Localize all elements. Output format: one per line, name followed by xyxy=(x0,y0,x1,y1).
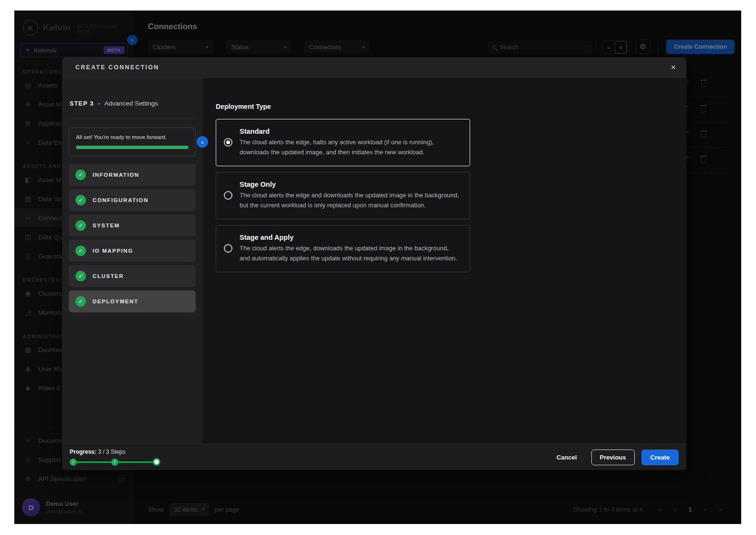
step-number: STEP 3 xyxy=(70,100,94,107)
step-header: STEP 3 • Advanced Settings xyxy=(69,78,196,119)
close-button[interactable]: × xyxy=(671,63,676,72)
step-item-label: INFORMATION xyxy=(93,172,139,178)
radio-icon[interactable] xyxy=(224,191,232,200)
progress-label: Progress: xyxy=(70,449,96,455)
step-item-information[interactable]: ✓ INFORMATION xyxy=(69,164,196,186)
modal-body: STEP 3 • Advanced Settings All set! You'… xyxy=(62,78,686,444)
status-message: All set! You're ready to move forward. xyxy=(76,134,189,140)
check-icon: ✓ xyxy=(75,246,86,256)
step-item-label: DEPLOYMENT xyxy=(93,299,138,304)
progress-track: ✓ ✓ xyxy=(70,458,160,466)
step-item-configuration[interactable]: ✓ CONFIGURATION xyxy=(69,189,196,211)
progress-step-done-icon: ✓ xyxy=(70,459,77,466)
deployment-type-heading: Deployment Type xyxy=(216,103,686,110)
progress-line xyxy=(77,461,111,463)
step-title: Advanced Settings xyxy=(105,100,158,107)
deployment-options: Standard The cloud alerts the edge, halt… xyxy=(216,119,470,272)
progress-line xyxy=(118,461,153,463)
wizard-panel: STEP 3 • Advanced Settings All set! You'… xyxy=(62,78,202,444)
radio-selected-icon[interactable] xyxy=(224,138,232,147)
option-title: Stage and Apply xyxy=(240,234,460,241)
progress-step-done-icon: ✓ xyxy=(111,459,118,466)
option-description: The cloud alerts the edge and downloads … xyxy=(240,191,460,210)
modal-title: CREATE CONNECTION xyxy=(75,64,159,71)
radio-icon[interactable] xyxy=(224,244,232,253)
check-icon: ✓ xyxy=(75,195,86,205)
status-progress-bar xyxy=(76,146,189,149)
progress-step-current-icon xyxy=(153,458,160,466)
create-connection-modal: CREATE CONNECTION × STEP 3 • Advanced Se… xyxy=(62,57,686,470)
step-item-label: IO MAPPING xyxy=(93,248,133,254)
step-item-system[interactable]: ✓ SYSTEM xyxy=(69,214,196,236)
progress-text: Progress: 3 / 3 Steps xyxy=(70,449,160,455)
modal-actions: Cancel Previous Create xyxy=(549,449,679,465)
progress-block: Progress: 3 / 3 Steps ✓ ✓ xyxy=(70,449,160,466)
option-stage-and-apply[interactable]: Stage and Apply The cloud alerts the edg… xyxy=(216,225,470,272)
step-item-io-mapping[interactable]: ✓ IO MAPPING xyxy=(69,240,196,262)
option-description: The cloud alerts the edge, halts any act… xyxy=(240,138,460,157)
collapse-panel-button[interactable]: ‹ xyxy=(197,136,208,148)
status-box: All set! You're ready to move forward. xyxy=(69,128,196,156)
step-item-cluster[interactable]: ✓ CLUSTER xyxy=(69,265,196,287)
bullet-icon: • xyxy=(98,101,100,107)
deployment-settings-panel: Deployment Type Standard The cloud alert… xyxy=(202,78,686,444)
close-icon: × xyxy=(671,63,676,72)
check-icon: ✓ xyxy=(75,170,86,180)
chevron-left-icon: ‹ xyxy=(201,139,203,146)
steps-list: ✓ INFORMATION ✓ CONFIGURATION ✓ SYSTEM ✓… xyxy=(69,164,196,312)
step-item-label: CONFIGURATION xyxy=(93,197,148,203)
previous-button[interactable]: Previous xyxy=(591,449,635,465)
modal-header: CREATE CONNECTION × xyxy=(62,57,686,78)
check-icon: ✓ xyxy=(75,220,86,231)
option-stage-only[interactable]: Stage Only The cloud alerts the edge and… xyxy=(216,172,470,219)
progress-value: 3 / 3 Steps xyxy=(98,449,125,455)
app-window: K Kelvin BETA Environment (DEV) ✦ Kelvin… xyxy=(14,11,741,524)
option-description: The cloud alerts the edge, downloads the… xyxy=(240,244,460,263)
option-title: Stage Only xyxy=(240,181,460,188)
option-standard[interactable]: Standard The cloud alerts the edge, halt… xyxy=(216,119,470,166)
step-item-label: SYSTEM xyxy=(93,223,120,228)
step-item-label: CLUSTER xyxy=(93,273,124,279)
check-icon: ✓ xyxy=(75,296,86,307)
cancel-button[interactable]: Cancel xyxy=(549,450,585,465)
step-item-deployment[interactable]: ✓ DEPLOYMENT xyxy=(69,290,196,312)
modal-footer: Progress: 3 / 3 Steps ✓ ✓ Cancel Previou… xyxy=(62,444,686,470)
create-button[interactable]: Create xyxy=(641,449,679,465)
check-icon: ✓ xyxy=(75,271,86,281)
option-title: Standard xyxy=(240,128,460,135)
